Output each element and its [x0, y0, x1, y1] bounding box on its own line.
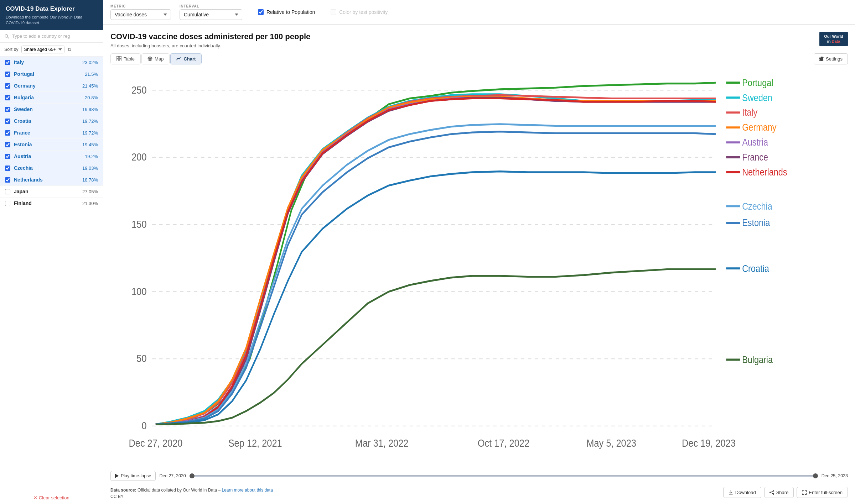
- timeline-handle-start[interactable]: [190, 473, 195, 478]
- svg-line-53: [771, 491, 773, 493]
- sort-label: Sort by: [4, 47, 19, 52]
- country-list-item[interactable]: Sweden 19.98%: [0, 104, 103, 115]
- country-list-item[interactable]: Czechia 19.03%: [0, 162, 103, 174]
- chart-title: COVID-19 vaccine doses administered per …: [110, 32, 310, 42]
- svg-text:150: 150: [131, 218, 146, 230]
- svg-text:Sep 12, 2021: Sep 12, 2021: [228, 437, 282, 449]
- svg-text:200: 200: [131, 151, 146, 163]
- tab-map[interactable]: Map: [141, 53, 170, 64]
- country-name: France: [14, 130, 82, 136]
- metric-control: METRIC Vaccine doses Cases Deaths Tests …: [110, 4, 171, 20]
- svg-text:Netherlands: Netherlands: [742, 167, 787, 177]
- country-name: Finland: [14, 200, 82, 206]
- country-checkbox[interactable]: [5, 130, 10, 136]
- color-label[interactable]: Color by test positivity: [339, 9, 388, 15]
- country-list-item[interactable]: Croatia 19.72%: [0, 115, 103, 127]
- color-by-positivity-group: Color by test positivity: [331, 9, 388, 15]
- country-list-item[interactable]: Germany 21.45%: [0, 80, 103, 92]
- metric-select[interactable]: Vaccine doses Cases Deaths Tests Hospita…: [110, 9, 171, 20]
- country-checkbox[interactable]: [5, 166, 10, 171]
- country-checkbox[interactable]: [5, 95, 10, 100]
- country-value: 18.78%: [82, 177, 98, 183]
- map-icon: [147, 56, 152, 61]
- source-label: Data source:: [110, 488, 136, 493]
- svg-text:Dec 19, 2023: Dec 19, 2023: [682, 437, 736, 449]
- share-icon: [770, 490, 774, 495]
- country-value: 19.03%: [82, 166, 98, 171]
- country-list-item[interactable]: Bulgaria 20.8%: [0, 92, 103, 104]
- sort-direction-icon[interactable]: ⇅: [67, 47, 72, 52]
- chart-area: COVID-19 vaccine doses administered per …: [103, 25, 855, 504]
- app-subtitle: Download the complete Our World in Data …: [6, 14, 97, 26]
- country-value: 21.30%: [82, 201, 98, 206]
- learn-more-link[interactable]: Learn more about this data: [222, 488, 273, 493]
- svg-rect-2: [116, 56, 119, 58]
- country-checkbox[interactable]: [5, 189, 10, 194]
- play-icon: [115, 474, 119, 478]
- country-list-item[interactable]: Estonia 19.45%: [0, 139, 103, 151]
- country-list-item[interactable]: Netherlands 18.78%: [0, 174, 103, 186]
- search-icon: [4, 34, 9, 39]
- sort-select[interactable]: Share aged 65+ Population Alphabetical G…: [21, 46, 64, 53]
- country-name: Japan: [14, 189, 82, 194]
- tab-chart[interactable]: Chart: [170, 53, 202, 64]
- country-checkbox[interactable]: [5, 177, 10, 183]
- country-checkbox[interactable]: [5, 154, 10, 159]
- country-name: Portugal: [14, 71, 85, 77]
- svg-text:Portugal: Portugal: [742, 77, 773, 88]
- fullscreen-button[interactable]: Enter full-screen: [797, 487, 848, 498]
- country-checkbox[interactable]: [5, 142, 10, 147]
- download-button[interactable]: Download: [723, 487, 761, 498]
- settings-button[interactable]: Settings: [814, 53, 848, 64]
- svg-rect-4: [116, 59, 119, 61]
- svg-rect-5: [119, 59, 121, 61]
- svg-text:Dec 27, 2020: Dec 27, 2020: [129, 437, 182, 449]
- color-checkbox[interactable]: [331, 9, 336, 15]
- country-name: Sweden: [14, 106, 82, 112]
- chart-subtitle: All doses, including boosters, are count…: [110, 43, 310, 48]
- relative-checkbox[interactable]: [258, 9, 264, 15]
- tab-table[interactable]: Table: [110, 53, 141, 64]
- country-checkbox[interactable]: [5, 60, 10, 65]
- country-list-item[interactable]: Austria 19.2%: [0, 151, 103, 162]
- svg-marker-47: [115, 474, 119, 478]
- chart-title-block: COVID-19 vaccine doses administered per …: [110, 32, 310, 48]
- country-list-item[interactable]: Italy 23.02%: [0, 57, 103, 68]
- country-checkbox[interactable]: [5, 83, 10, 89]
- tab-chart-label: Chart: [183, 56, 196, 62]
- search-box[interactable]: Type to add a country or reg: [0, 30, 103, 43]
- country-list-item[interactable]: Portugal 21.5%: [0, 68, 103, 80]
- relative-label[interactable]: Relative to Population: [266, 9, 315, 15]
- timeline-handle-end[interactable]: [813, 473, 818, 478]
- svg-text:France: France: [742, 152, 768, 162]
- country-value: 19.45%: [82, 142, 98, 147]
- license-text: CC BY: [110, 494, 124, 499]
- interval-control: INTERVAL Cumulative 7-day rolling averag…: [180, 4, 242, 20]
- interval-select[interactable]: Cumulative 7-day rolling average Daily: [180, 9, 242, 20]
- owid-line1: Our World: [823, 34, 844, 39]
- svg-text:0: 0: [141, 420, 146, 432]
- country-checkbox[interactable]: [5, 72, 10, 77]
- svg-line-1: [7, 37, 9, 38]
- metric-label: METRIC: [110, 4, 171, 8]
- svg-text:250: 250: [131, 84, 146, 96]
- country-checkbox[interactable]: [5, 107, 10, 112]
- clear-selection[interactable]: ✕ Clear selection: [0, 491, 103, 504]
- share-button[interactable]: Share: [764, 487, 794, 498]
- country-value: 19.72%: [82, 119, 98, 124]
- timeline-slider[interactable]: [190, 475, 818, 477]
- country-list-item[interactable]: France 19.72%: [0, 127, 103, 139]
- play-button[interactable]: Play time-lapse: [110, 471, 156, 481]
- country-value: 21.45%: [82, 83, 98, 89]
- country-list-item[interactable]: Finland 21.30%: [0, 198, 103, 209]
- country-value: 19.98%: [82, 107, 98, 112]
- country-checkbox[interactable]: [5, 119, 10, 124]
- owid-logo: Our World in Data: [819, 32, 848, 46]
- country-value: 20.8%: [85, 95, 98, 100]
- search-placeholder: Type to add a country or reg: [12, 33, 70, 39]
- svg-text:Austria: Austria: [742, 137, 768, 147]
- clear-link[interactable]: ✕ Clear selection: [33, 495, 69, 500]
- country-checkbox[interactable]: [5, 201, 10, 206]
- main-content: METRIC Vaccine doses Cases Deaths Tests …: [103, 0, 855, 504]
- country-list-item[interactable]: Japan 27.05%: [0, 186, 103, 198]
